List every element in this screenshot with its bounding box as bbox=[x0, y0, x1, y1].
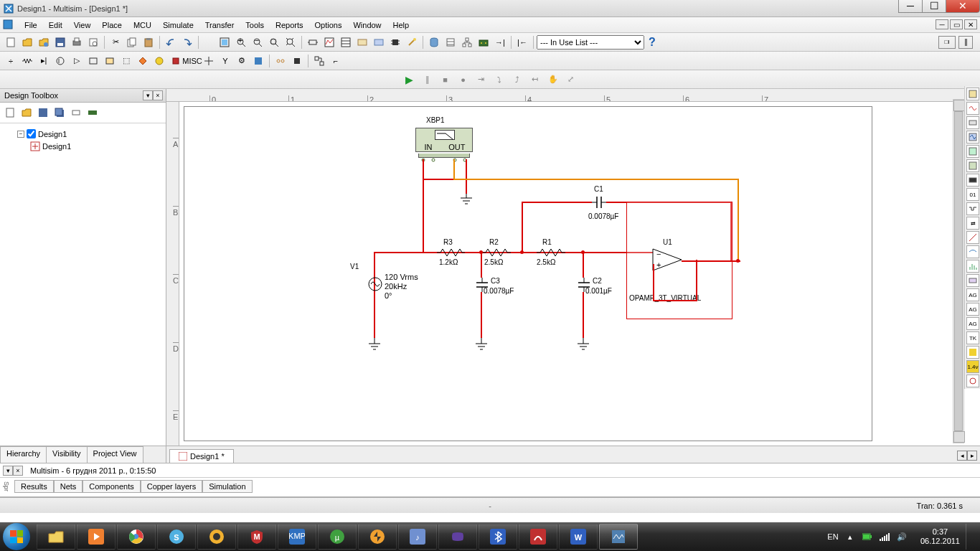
menu-transfer[interactable]: Transfer bbox=[199, 19, 240, 31]
menu-place[interactable]: Place bbox=[96, 19, 128, 31]
tab-nets[interactable]: Nets bbox=[54, 480, 83, 493]
tool-rename-button[interactable] bbox=[69, 105, 83, 120]
r2[interactable] bbox=[482, 248, 511, 257]
elvis-button[interactable]: 1.4v bbox=[966, 360, 979, 373]
doc-tab-design1[interactable]: Design1 * bbox=[169, 449, 234, 463]
taskbar-app1[interactable] bbox=[197, 524, 236, 550]
agilent-osc-button[interactable]: AG bbox=[966, 317, 979, 330]
tool-open-button[interactable] bbox=[19, 105, 34, 120]
pause-button[interactable]: ‖ bbox=[420, 72, 435, 88]
place-misc-digital-button[interactable]: ⬚ bbox=[118, 53, 134, 69]
save-button[interactable] bbox=[52, 34, 68, 50]
minimize-button[interactable]: ─ bbox=[898, 0, 923, 13]
taskbar-sibelius[interactable]: ♪ bbox=[398, 524, 437, 550]
taskbar-word[interactable]: W bbox=[559, 524, 598, 550]
zoom-in-button[interactable]: + bbox=[233, 34, 249, 50]
taskbar-vs[interactable] bbox=[438, 524, 477, 550]
place-ni-button[interactable] bbox=[250, 53, 266, 69]
step-over-button[interactable]: ⤵ bbox=[491, 72, 507, 88]
doc-scroll-left[interactable]: ◂ bbox=[957, 451, 967, 461]
tab-results[interactable]: Results bbox=[14, 480, 54, 493]
iv-analyzer-button[interactable] bbox=[966, 231, 979, 244]
print-preview-button[interactable] bbox=[85, 34, 101, 50]
menu-view[interactable]: View bbox=[68, 19, 97, 31]
start-button[interactable] bbox=[3, 523, 30, 550]
place-resistor-button[interactable] bbox=[19, 53, 35, 69]
run-button[interactable]: ▶ bbox=[402, 72, 418, 88]
taskbar-app2[interactable] bbox=[519, 524, 557, 550]
taskbar-chrome[interactable] bbox=[117, 524, 156, 550]
taskbar-utorrent[interactable]: µ bbox=[318, 524, 357, 550]
c1[interactable] bbox=[592, 194, 606, 212]
doc-scroll-right[interactable]: ▸ bbox=[967, 451, 977, 461]
stop-button[interactable]: ■ bbox=[438, 72, 453, 88]
word-gen-button[interactable]: 01 bbox=[966, 188, 979, 201]
menu-help[interactable]: Help bbox=[387, 19, 415, 31]
v1-source[interactable] bbox=[368, 277, 382, 293]
mdi-restore[interactable]: ▭ bbox=[950, 19, 963, 29]
close-button[interactable]: ✕ bbox=[946, 0, 980, 13]
place-mcu-button[interactable] bbox=[289, 53, 305, 69]
tray-expand-icon[interactable]: ▴ bbox=[844, 531, 856, 542]
opamp-symbol[interactable]: −+ bbox=[649, 245, 685, 276]
place-electromech-button[interactable]: ⚙ bbox=[234, 53, 250, 69]
agilent-fg-button[interactable]: AG bbox=[966, 288, 979, 301]
library-button[interactable] bbox=[443, 34, 458, 50]
tab-hierarchy[interactable]: Hierarchy bbox=[0, 446, 47, 463]
new-button[interactable] bbox=[3, 34, 19, 50]
place-ttl-button[interactable] bbox=[85, 53, 101, 69]
wattmeter-button[interactable] bbox=[966, 116, 979, 129]
taskbar-explorer[interactable] bbox=[37, 524, 75, 550]
tool-new-button[interactable] bbox=[3, 105, 17, 120]
tab-project-view[interactable]: Project View bbox=[87, 446, 143, 463]
paste-button[interactable] bbox=[141, 34, 156, 50]
hierarchy-button[interactable] bbox=[459, 34, 475, 50]
elvis-button[interactable] bbox=[371, 34, 387, 50]
taskbar-skype[interactable]: S bbox=[157, 524, 196, 550]
vertical-scrollbar[interactable] bbox=[953, 99, 964, 443]
tool-ultiboard-button[interactable] bbox=[85, 105, 100, 120]
grapher-button[interactable] bbox=[321, 34, 337, 50]
network-button[interactable] bbox=[966, 274, 979, 287]
mdi-close[interactable]: ✕ bbox=[964, 19, 977, 29]
tab-visibility[interactable]: Visibility bbox=[46, 446, 88, 463]
panel-arrow-button[interactable]: ▾ bbox=[143, 90, 153, 100]
tray-battery-icon[interactable] bbox=[862, 531, 873, 542]
taskbar-aimp[interactable] bbox=[358, 524, 397, 550]
menu-options[interactable]: Options bbox=[309, 19, 348, 31]
ground-c2[interactable] bbox=[576, 338, 590, 355]
switch-run[interactable]: □I bbox=[938, 36, 956, 49]
place-source-button[interactable]: ÷ bbox=[3, 53, 19, 69]
place-cmos-button[interactable] bbox=[102, 53, 118, 69]
mcu-button[interactable] bbox=[387, 34, 403, 50]
taskbar-mcafee[interactable]: M bbox=[237, 524, 276, 550]
place-power-button[interactable] bbox=[168, 53, 184, 69]
function-gen-button[interactable] bbox=[966, 102, 979, 115]
tray-network-icon[interactable] bbox=[879, 531, 890, 542]
logic-converter-button[interactable]: ⇄ bbox=[966, 217, 979, 230]
oscilloscope-button[interactable] bbox=[966, 131, 979, 143]
place-analog-button[interactable]: ▷ bbox=[69, 53, 85, 69]
postprocessor-button[interactable] bbox=[338, 34, 354, 50]
print-button[interactable] bbox=[69, 34, 85, 50]
r1[interactable] bbox=[537, 248, 565, 257]
place-rf-button[interactable]: Y bbox=[217, 53, 233, 69]
zoom-area-button[interactable] bbox=[266, 34, 282, 50]
taskbar-bluetooth[interactable] bbox=[479, 524, 517, 550]
tek-osc-button[interactable]: TK bbox=[966, 331, 979, 344]
tool-save-button[interactable] bbox=[36, 105, 50, 120]
full-screen-button[interactable] bbox=[217, 34, 232, 50]
redo-button[interactable] bbox=[179, 34, 195, 50]
cut-button[interactable]: ✂ bbox=[108, 34, 123, 50]
place-misc-button[interactable]: MISC bbox=[184, 53, 200, 69]
taskbar-media[interactable] bbox=[77, 524, 116, 550]
distortion-button[interactable] bbox=[966, 245, 979, 258]
undo-button[interactable] bbox=[163, 34, 179, 50]
menu-file[interactable]: File bbox=[19, 19, 43, 31]
open-sample-button[interactable] bbox=[36, 34, 52, 50]
place-advanced-button[interactable] bbox=[201, 53, 217, 69]
panel-close-button[interactable]: × bbox=[153, 90, 163, 100]
step-back-button[interactable]: ↤ bbox=[527, 72, 543, 88]
step-out-button[interactable]: ⤴ bbox=[509, 72, 525, 88]
c3[interactable] bbox=[473, 278, 491, 293]
